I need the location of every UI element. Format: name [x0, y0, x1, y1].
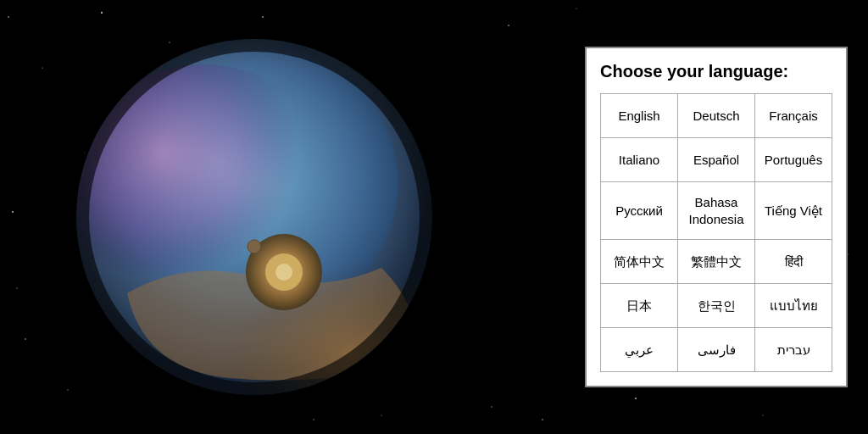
- svg-point-13: [12, 211, 14, 213]
- svg-point-5: [576, 8, 577, 9]
- language-option[interactable]: แบบไทย: [755, 284, 832, 328]
- svg-point-18: [16, 287, 17, 288]
- svg-point-7: [762, 415, 763, 415]
- planet-image: [25, 14, 500, 420]
- language-option[interactable]: عربي: [601, 328, 678, 372]
- svg-point-4: [508, 25, 509, 26]
- language-option[interactable]: Italiano: [601, 138, 678, 182]
- svg-point-19: [542, 419, 543, 420]
- panel-title: Choose your language:: [600, 62, 832, 81]
- language-option[interactable]: Français: [755, 94, 832, 138]
- language-option[interactable]: Deutsch: [678, 94, 755, 138]
- language-option[interactable]: 简体中文: [601, 240, 678, 284]
- language-option[interactable]: Tiếng Việt: [755, 182, 832, 240]
- language-option[interactable]: עברית: [755, 328, 832, 372]
- language-option[interactable]: हिंदी: [755, 240, 832, 284]
- svg-point-6: [635, 398, 637, 399]
- language-option[interactable]: Português: [755, 138, 832, 182]
- language-option[interactable]: BahasaIndonesia: [678, 182, 755, 240]
- language-option[interactable]: Русский: [601, 182, 678, 240]
- language-panel: Choose your language: EnglishDeutschFran…: [585, 47, 848, 387]
- svg-point-0: [8, 16, 9, 18]
- language-option[interactable]: 繁體中文: [678, 240, 755, 284]
- language-grid: EnglishDeutschFrançaisItalianoEspañolPor…: [600, 93, 832, 372]
- language-option[interactable]: 日本: [601, 284, 678, 328]
- language-option[interactable]: فارسی: [678, 328, 755, 372]
- language-option[interactable]: 한국인: [678, 284, 755, 328]
- language-option[interactable]: Español: [678, 138, 755, 182]
- language-option[interactable]: English: [601, 94, 678, 138]
